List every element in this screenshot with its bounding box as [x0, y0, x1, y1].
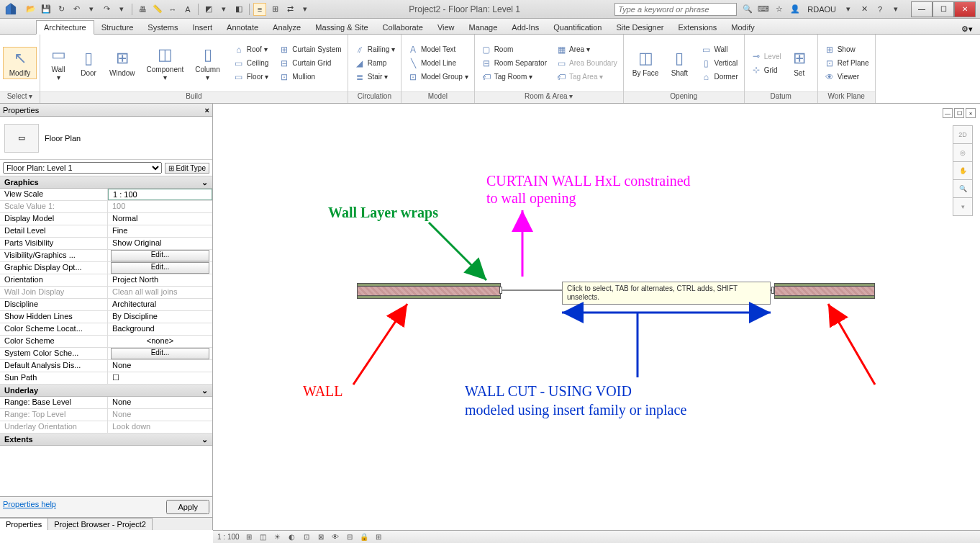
shaft-button[interactable]: ▯Shaft	[664, 48, 694, 78]
property-value[interactable]: Background	[108, 323, 212, 335]
tab-architecture[interactable]: Architecture	[36, 20, 94, 35]
curtain-system-button[interactable]: ⊞Curtain System	[276, 43, 344, 56]
property-value[interactable]: Architectural	[108, 299, 212, 310]
crop-visible-icon[interactable]: ⊠	[316, 532, 326, 542]
tab-systems[interactable]: Systems	[140, 21, 185, 34]
room-separator-button[interactable]: ⊟Room Separator	[478, 57, 550, 70]
constraints-icon[interactable]: 🔒	[359, 532, 369, 542]
property-category[interactable]: Graphics	[0, 176, 212, 189]
railing-button[interactable]: ⫽Railing ▾	[351, 43, 398, 56]
property-value[interactable]: Look down	[108, 421, 212, 433]
property-row[interactable]: Display ModelNormal	[0, 213, 212, 225]
properties-tab[interactable]: Properties	[0, 518, 48, 530]
maximize-button[interactable]: ☐	[933, 1, 954, 17]
shadow-icon[interactable]: ◐	[287, 532, 297, 542]
properties-header[interactable]: Properties ×	[0, 104, 212, 117]
dropdown-icon[interactable]: ▾	[217, 3, 230, 16]
wall-button[interactable]: ▭Wall▾	[43, 44, 73, 83]
edit-type-button[interactable]: ⊞Edit Type	[165, 163, 209, 174]
property-row[interactable]: Detail LevelFine	[0, 225, 212, 238]
sun-path-icon[interactable]: ☀	[273, 532, 283, 542]
close-icon[interactable]: ×	[205, 106, 209, 115]
ramp-button[interactable]: ◢Ramp	[351, 57, 398, 70]
reveal-icon[interactable]: ⊟	[345, 532, 355, 542]
property-value[interactable]: None	[108, 397, 212, 408]
redo-icon[interactable]: ↷	[100, 3, 113, 16]
close-views-icon[interactable]: ⊞	[268, 3, 281, 16]
project-browser-tab[interactable]: Project Browser - Project2	[48, 518, 153, 530]
property-row[interactable]: Range: Base LevelNone	[0, 397, 212, 409]
view-close-icon[interactable]: ×	[966, 108, 976, 118]
show-button[interactable]: ⊞Show	[821, 43, 872, 56]
property-row[interactable]: Underlay OrientationLook down	[0, 421, 212, 434]
opening-vertical-button[interactable]: ▯Vertical	[697, 57, 740, 70]
set-button[interactable]: ⊞Set	[784, 48, 815, 78]
tab-collaborate[interactable]: Collaborate	[376, 21, 430, 34]
nav-pan-icon[interactable]: ✋	[953, 161, 973, 180]
property-value[interactable]: 100	[108, 201, 212, 212]
view-min-icon[interactable]: —	[943, 108, 953, 118]
property-value[interactable]: Show Original	[108, 238, 212, 249]
nav-steering-icon[interactable]: ◎	[953, 143, 973, 162]
user-name[interactable]: RDAOU	[804, 5, 839, 14]
modify-button[interactable]: ↖Modify	[3, 47, 37, 79]
measure-icon[interactable]: 📏	[151, 3, 164, 16]
group-room-area-label[interactable]: Room & Area ▾	[475, 91, 623, 103]
exchange-icon[interactable]: ✕	[858, 3, 871, 16]
property-value[interactable]: By Discipline	[108, 311, 212, 323]
stair-button[interactable]: ≣Stair ▾	[351, 71, 398, 84]
instance-selector[interactable]: Floor Plan: Level 1	[3, 162, 162, 174]
search-icon[interactable]: 🔍	[741, 3, 754, 16]
model-text-button[interactable]: AModel Text	[404, 43, 471, 56]
tab-quantification[interactable]: Quantification	[546, 21, 609, 34]
opening-dormer-button[interactable]: ⌂Dormer	[697, 71, 740, 84]
tab-annotate[interactable]: Annotate	[219, 21, 266, 34]
view-max-icon[interactable]: ☐	[954, 108, 964, 118]
opening-wall-button[interactable]: ▭Wall	[697, 43, 740, 56]
column-button[interactable]: ▯Column▾	[189, 44, 225, 83]
star-icon[interactable]: ☆	[773, 3, 786, 16]
model-group-button[interactable]: ⊡Model Group ▾	[404, 71, 471, 84]
properties-help-link[interactable]: Properties help	[3, 500, 56, 514]
tab-insert[interactable]: Insert	[186, 21, 220, 34]
wall-segment-left[interactable]	[357, 285, 501, 297]
keys-icon[interactable]: ⌨	[757, 3, 770, 16]
hide-isolate-icon[interactable]: 👁	[330, 532, 340, 542]
property-row[interactable]: Visibility/Graphics ...Edit...	[0, 250, 212, 262]
property-value[interactable]: None	[108, 409, 212, 421]
visual-style-icon[interactable]: ◫	[258, 532, 268, 542]
text-icon[interactable]: A	[181, 3, 194, 16]
window-button[interactable]: ⊞Window	[104, 48, 141, 78]
property-category[interactable]: Extents	[0, 434, 212, 446]
type-selector[interactable]: ▭ Floor Plan	[0, 117, 212, 160]
sync-icon[interactable]: ↻	[55, 3, 68, 16]
tag-area-button[interactable]: 🏷Tag Area ▾	[553, 71, 620, 84]
tab-manage[interactable]: Manage	[462, 21, 505, 34]
crop-icon[interactable]: ⊡	[301, 532, 312, 542]
ribbon-options-icon[interactable]: ⚙▾	[961, 24, 973, 34]
property-row[interactable]: System Color Sche...Edit...	[0, 348, 212, 360]
property-row[interactable]: Wall Join DisplayClean all wall joins	[0, 287, 212, 299]
level-button[interactable]: ⊸Level	[748, 50, 784, 63]
property-edit-button[interactable]: Edit...	[111, 348, 209, 359]
signin-icon[interactable]: 👤	[789, 3, 802, 16]
tag-room-button[interactable]: 🏷Tag Room ▾	[478, 71, 550, 84]
model-line-button[interactable]: ╲Model Line	[404, 57, 471, 70]
tab-analyze[interactable]: Analyze	[266, 21, 308, 34]
dropdown-icon[interactable]: ▾	[85, 3, 98, 16]
wall-segment-right[interactable]	[774, 285, 875, 297]
curtain-grid-button[interactable]: ⊟Curtain Grid	[276, 57, 344, 70]
property-value[interactable]: <none>	[108, 336, 212, 347]
open-icon[interactable]: 📂	[24, 3, 37, 16]
apply-button[interactable]: Apply	[166, 500, 209, 514]
grid-button[interactable]: ⊹Grid	[748, 63, 784, 76]
property-value[interactable]: None	[108, 360, 212, 372]
property-value[interactable]: ☐	[108, 372, 212, 384]
property-row[interactable]: Scale Value 1:100	[0, 201, 212, 213]
door-button[interactable]: ▯Door	[73, 48, 104, 78]
nav-2d-icon[interactable]: 2D	[953, 125, 973, 144]
app-menu-button[interactable]	[0, 0, 22, 19]
room-button[interactable]: ▢Room	[478, 43, 550, 56]
print-icon[interactable]: 🖶	[136, 3, 149, 16]
drawing-canvas[interactable]: — ☐ × 2D ◎ ✋ 🔍 ▾ Wall Layer wraps CURTAI…	[213, 104, 980, 530]
